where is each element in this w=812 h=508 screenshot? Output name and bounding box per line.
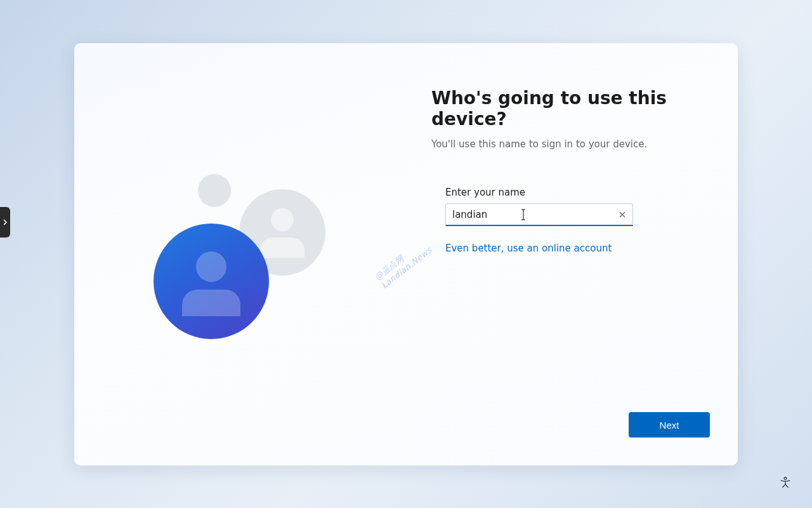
name-input[interactable] — [445, 203, 633, 226]
accessibility-button[interactable] — [778, 475, 793, 490]
illustration-panel: @蓝点网 Landian.News — [74, 43, 406, 465]
next-button[interactable]: Next — [629, 412, 710, 438]
form-panel: Who's going to use this device? You'll u… — [406, 43, 738, 465]
svg-point-0 — [784, 478, 787, 480]
edge-expand-tab[interactable] — [0, 207, 10, 237]
clear-input-button[interactable] — [615, 208, 629, 222]
name-input-wrapper — [445, 203, 633, 226]
page-title: Who's going to use this device? — [431, 88, 700, 130]
avatar-large-icon — [154, 224, 269, 339]
close-icon — [619, 211, 626, 218]
avatar-small-icon — [198, 174, 231, 207]
name-field-label: Enter your name — [445, 187, 700, 198]
accessibility-icon — [779, 476, 792, 489]
page-subtitle: You'll use this name to sign in to your … — [431, 138, 700, 150]
setup-dialog: @蓝点网 Landian.News Who's going to use thi… — [74, 43, 738, 465]
chevron-right-icon — [2, 219, 8, 225]
use-online-account-link[interactable]: Even better, use an online account — [445, 243, 612, 254]
